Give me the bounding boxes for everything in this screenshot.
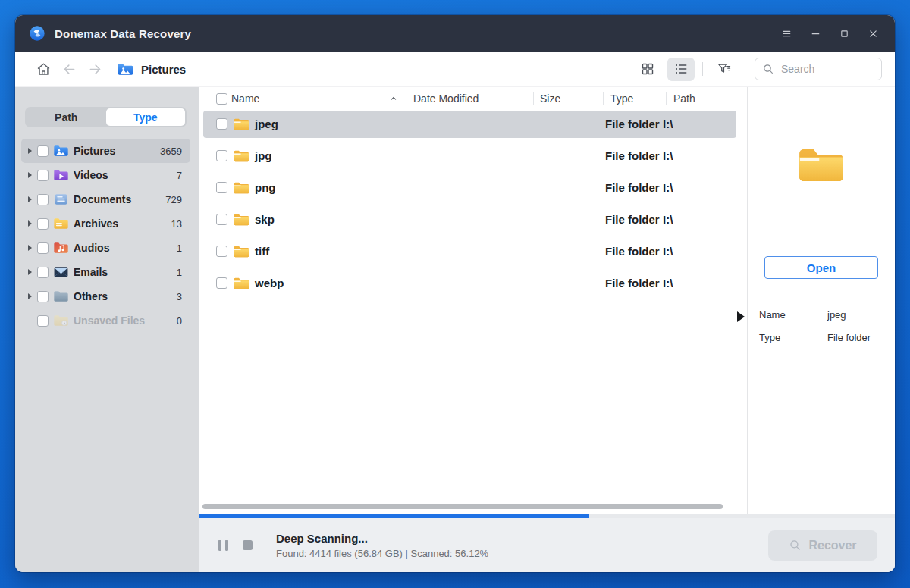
folder-icon	[233, 276, 250, 291]
expand-caret-icon[interactable]	[28, 245, 32, 251]
checkbox[interactable]	[216, 118, 228, 130]
sidebar-tab[interactable]: Path	[27, 108, 106, 126]
search-icon	[762, 63, 774, 75]
expand-caret-icon[interactable]	[28, 172, 32, 178]
title-bar: Donemax Data Recovery	[15, 15, 895, 52]
back-icon[interactable]	[58, 58, 80, 80]
file-type: File folder	[605, 213, 660, 226]
sidebar-item[interactable]: Documents 729	[21, 187, 190, 211]
expand-caret-icon[interactable]	[28, 220, 32, 227]
pause-icon[interactable]	[218, 540, 228, 551]
stop-icon[interactable]	[243, 540, 253, 550]
sidebar-item[interactable]: Archives 13	[21, 211, 190, 236]
file-path: I:\	[663, 213, 673, 226]
close-icon[interactable]	[858, 21, 887, 45]
column-header-size[interactable]: Size	[540, 92, 560, 105]
checkbox[interactable]	[37, 291, 49, 302]
file-rows: jpeg File folder I:\ jpg File folder I:\	[203, 111, 736, 302]
grid-view-icon[interactable]	[634, 58, 661, 81]
select-all-checkbox[interactable]	[216, 93, 228, 105]
sidebar-tab[interactable]: Type	[106, 108, 186, 126]
file-name: skp	[255, 213, 275, 226]
expand-caret-icon[interactable]	[28, 269, 32, 275]
file-row[interactable]: tiff File folder I:\	[203, 238, 736, 265]
maximize-icon[interactable]	[830, 21, 858, 45]
category-count: 3659	[160, 145, 182, 157]
category-count: 13	[171, 218, 182, 230]
checkbox[interactable]	[37, 218, 49, 230]
expand-caret-icon[interactable]	[28, 293, 32, 299]
forward-icon[interactable]	[83, 58, 106, 80]
checkbox[interactable]	[216, 246, 228, 257]
expand-caret-icon[interactable]	[28, 196, 32, 202]
checkbox[interactable]	[37, 170, 49, 181]
file-row[interactable]: png File folder I:\	[203, 174, 736, 202]
recover-button[interactable]: Recover	[768, 530, 877, 561]
preview-fields: Name jpeg Type File folder	[748, 309, 895, 355]
open-button[interactable]: Open	[764, 256, 878, 279]
sidebar-item[interactable]: Others 3	[21, 284, 190, 308]
file-type: File folder	[605, 245, 660, 258]
sidebar-item[interactable]: Audios 1	[21, 236, 190, 260]
sidebar-item[interactable]: Unsaved Files 0	[21, 308, 190, 333]
filter-icon[interactable]	[711, 58, 738, 81]
file-list: Name Date Modified Size Type Path	[199, 87, 747, 514]
file-type: File folder	[605, 181, 660, 194]
breadcrumb[interactable]: Pictures	[117, 62, 186, 77]
category-icon	[53, 144, 69, 158]
checkbox[interactable]	[216, 150, 228, 161]
preview-field-label: Type	[759, 332, 827, 343]
column-header-date[interactable]: Date Modified	[413, 92, 479, 105]
folder-icon	[233, 180, 250, 195]
panel-collapse-icon[interactable]	[737, 311, 745, 322]
category-count: 1	[177, 242, 182, 254]
checkbox[interactable]	[216, 214, 228, 225]
sidebar-item[interactable]: Pictures 3659	[21, 139, 190, 163]
checkbox[interactable]	[37, 242, 49, 254]
checkbox[interactable]	[216, 182, 228, 193]
category-icon	[53, 217, 69, 230]
category-count: 3	[177, 291, 182, 302]
preview-folder-icon	[796, 144, 846, 186]
category-label: Videos	[74, 169, 108, 181]
sort-asc-icon[interactable]	[388, 93, 399, 104]
sidebar-tabs: Path Type	[25, 107, 187, 127]
category-label: Others	[74, 290, 108, 302]
file-name: jpeg	[255, 117, 278, 130]
file-path: I:\	[663, 149, 673, 162]
file-name: tiff	[255, 245, 269, 258]
sidebar-item[interactable]: Videos 7	[21, 163, 190, 187]
sidebar-item[interactable]: Emails 1	[21, 260, 190, 284]
checkbox[interactable]	[37, 315, 49, 327]
expand-caret-icon[interactable]	[28, 148, 32, 154]
file-name: png	[255, 181, 276, 194]
column-header-path[interactable]: Path	[673, 92, 695, 105]
category-label: Emails	[74, 266, 108, 278]
column-divider	[666, 92, 667, 105]
horizontal-scrollbar[interactable]	[202, 504, 723, 509]
category-tree: Pictures 3659 Videos 7	[15, 139, 199, 333]
category-icon	[53, 265, 69, 279]
minimize-icon[interactable]	[801, 21, 830, 45]
file-path: I:\	[663, 277, 673, 289]
checkbox[interactable]	[37, 267, 49, 278]
checkbox[interactable]	[216, 277, 228, 289]
list-view-icon[interactable]	[667, 58, 695, 81]
category-label: Documents	[74, 193, 131, 205]
file-row[interactable]: webp File folder I:\	[203, 270, 736, 297]
menu-icon[interactable]	[772, 21, 801, 45]
file-row[interactable]: jpg File folder I:\	[203, 142, 736, 170]
column-header-type[interactable]: Type	[610, 92, 633, 105]
file-row[interactable]: jpeg File folder I:\	[203, 111, 736, 138]
recover-button-label: Recover	[808, 539, 856, 552]
file-path: I:\	[663, 245, 673, 258]
sidebar: Path Type Pictures 3659	[15, 87, 199, 572]
checkbox[interactable]	[37, 145, 49, 157]
checkbox[interactable]	[37, 194, 49, 205]
category-icon	[53, 289, 69, 303]
home-icon[interactable]	[32, 58, 55, 80]
breadcrumb-label: Pictures	[141, 63, 186, 76]
folder-icon	[233, 149, 250, 164]
file-row[interactable]: skp File folder I:\	[203, 206, 736, 233]
column-header-name[interactable]: Name	[231, 92, 259, 105]
